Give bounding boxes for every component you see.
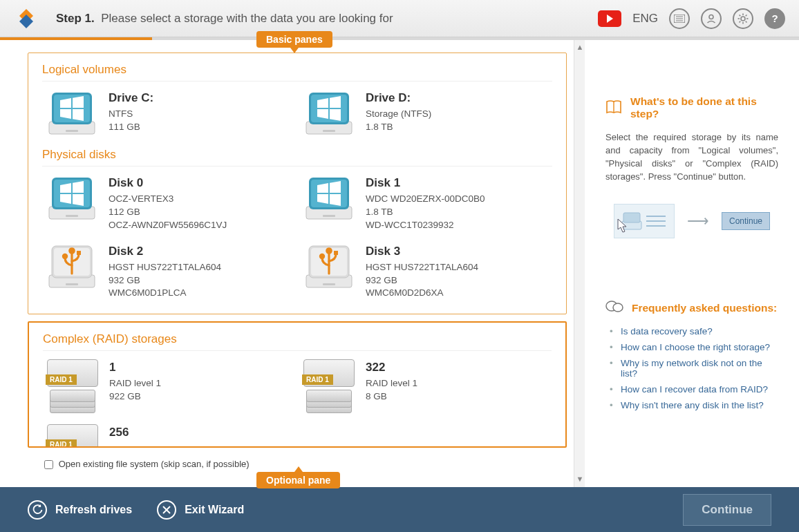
whats-to-be-done-text: Select the required storage by its name … [605,131,778,183]
faq-link[interactable]: Is data recovery safe? [605,323,778,339]
volume-title: Drive C: [109,91,153,105]
arrow-right-icon: ⟶ [687,212,709,230]
footer-bar: Refresh drives Exit Wizard Continue [0,487,799,532]
diagram-continue-button: Continue [722,212,770,230]
faq-link[interactable]: How can I choose the right storage? [605,339,778,355]
raid-size: 922 GB [109,390,161,403]
faq-link[interactable]: Why isn't there any disk in the list? [605,397,778,413]
basic-panes-box: Logical volumes Drive C: NTFS 111 GB Dri… [28,53,567,314]
physical-disk-item[interactable]: Disk 0 OCZ-VERTEX3 112 GB OCZ-AWNZ0FW556… [42,171,295,236]
youtube-icon[interactable] [598,10,621,27]
language-selector[interactable]: ENG [632,12,658,26]
volume-title: Drive D: [366,91,431,105]
refresh-drives-button[interactable]: Refresh drives [28,500,132,520]
disk-title: Disk 2 [109,245,221,258]
logical-volume-item[interactable]: Drive D: Storage (NTFS) 1.8 TB [299,86,552,141]
volume-fs: NTFS [109,108,153,121]
raid-level: RAID level 1 [366,377,417,390]
disk-model: OCZ-VERTEX3 [109,193,227,206]
raid-storage-item[interactable]: RAID 1 256 [43,420,295,448]
faq-icon [605,301,623,315]
logical-volumes-title: Logical volumes [42,63,552,77]
physical-disk-item[interactable]: Disk 3 HGST HUS722T1TALA604 932 GB WMC6M… [299,239,552,305]
step-heading: Step 1. Please select a storage with the… [56,12,393,26]
faq-title: Frequently asked questions: [632,302,777,314]
drive-icon [302,175,356,222]
disk-size: 112 GB [109,206,227,219]
refresh-icon [28,500,47,520]
optional-pane-badge: Optional pane [256,472,340,488]
raid-storages-box: Complex (RAID) storages RAID 1 1 RAID le… [28,321,567,448]
volume-fs: Storage (NTFS) [366,108,431,121]
basic-panes-badge: Basic panes [256,31,332,48]
scroll-down-icon[interactable]: ▼ [576,475,584,484]
refresh-drives-label: Refresh drives [55,504,132,516]
disk-serial: OCZ-AWNZ0FW55696C1VJ [109,219,227,232]
drive-icon [45,243,99,290]
raid-title: 322 [366,361,417,374]
disk-title: Disk 0 [109,176,227,190]
step-number: Step 1. [56,12,95,25]
step-diagram: ⟶ Continue [605,204,778,238]
disk-serial: WMC6M0D1PLCA [109,287,221,300]
scroll-up-icon[interactable]: ▲ [576,43,584,53]
whats-to-be-done-title: What's to be done at this step? [630,95,778,120]
svg-point-5 [741,17,745,21]
disk-size: 932 GB [366,274,478,287]
continue-button[interactable]: Continue [683,494,771,526]
raid-title: 256 [109,426,129,439]
faq-link[interactable]: Why is my network disk not on the list? [605,355,778,381]
step-description: Please select a storage with the data yo… [101,12,393,25]
faq-link[interactable]: How can I recover data from RAID? [605,381,778,397]
volume-size: 1.8 TB [366,121,431,134]
user-icon[interactable] [701,8,722,29]
raid-title: 1 [109,361,161,374]
raid-storages-title: Complex (RAID) storages [43,332,552,346]
svg-line-11 [746,21,747,22]
open-existing-fs-checkbox[interactable] [44,460,53,469]
raid-storage-item[interactable]: RAID 1 322 RAID level 1 8 GB [299,355,552,417]
volume-size: 111 GB [109,121,153,134]
svg-point-4 [709,15,713,19]
raid-level: RAID level 1 [109,377,161,390]
open-existing-fs-label: Open existing file system (skip scan, if… [59,459,250,469]
disk-serial: WD-WCC1T0239932 [366,219,485,232]
raid-icon: RAID 1 [302,359,356,413]
disk-model: HGST HUS722T1TALA604 [366,261,478,274]
disk-title: Disk 3 [366,245,478,258]
header-bar: Step 1. Please select a storage with the… [0,0,799,37]
app-logo-icon [14,6,39,31]
disk-title: Disk 1 [366,176,485,190]
raid-size: 8 GB [366,390,417,403]
exit-wizard-button[interactable]: Exit Wizard [157,500,244,520]
raid-icon: RAID 1 [46,359,100,413]
disk-model: HGST HUS722T1TALA604 [109,261,221,274]
svg-line-13 [746,15,747,16]
disk-size: 932 GB [109,274,221,287]
disk-size: 1.8 TB [366,206,485,219]
faq-list: Is data recovery safe?How can I choose t… [605,323,778,413]
mouse-cursor-icon [617,218,628,234]
disk-model: WDC WD20EZRX-00DC0B0 [366,193,485,206]
logical-volume-item[interactable]: Drive C: NTFS 111 GB [42,86,295,141]
disk-serial: WMC6M0D2D6XA [366,287,478,300]
exit-wizard-label: Exit Wizard [185,504,244,516]
help-icon[interactable]: ? [764,8,785,29]
gear-icon[interactable] [733,8,753,29]
drive-icon [45,90,99,137]
svg-line-12 [740,21,741,22]
physical-disk-item[interactable]: Disk 2 HGST HUS722T1TALA604 932 GB WMC6M… [42,239,295,305]
drive-icon [302,243,356,290]
svg-line-10 [740,15,741,16]
raid-storage-item[interactable]: RAID 1 1 RAID level 1 922 GB [43,355,295,417]
book-icon [605,100,622,116]
raid-icon: RAID 1 [46,424,100,448]
keyboard-icon[interactable] [669,8,690,29]
close-icon [157,500,176,520]
scrollbar[interactable]: ▲ ▼ [574,40,585,487]
svg-point-21 [613,303,623,312]
drive-icon [45,175,99,222]
physical-disks-title: Physical disks [42,148,552,162]
drive-icon [302,90,356,137]
physical-disk-item[interactable]: Disk 1 WDC WD20EZRX-00DC0B0 1.8 TB WD-WC… [299,171,552,236]
